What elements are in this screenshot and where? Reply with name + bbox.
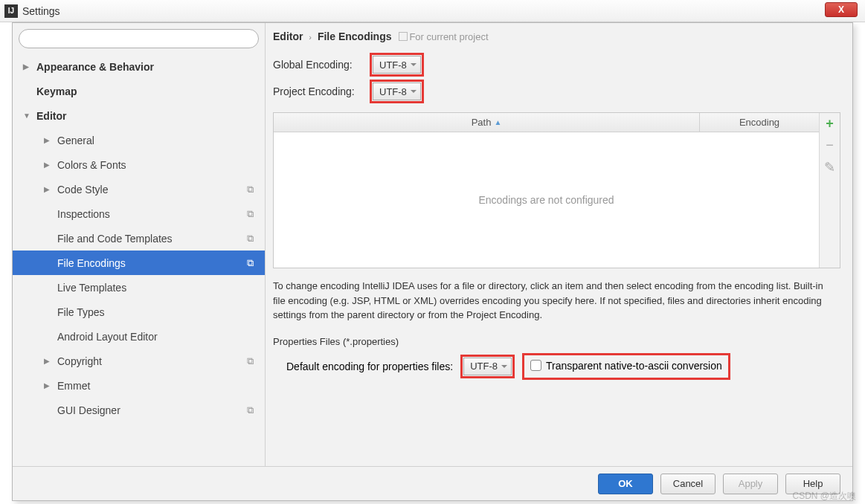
app-icon: IJ bbox=[4, 4, 18, 18]
copy-icon: ⧉ bbox=[247, 355, 265, 367]
tree-inspections[interactable]: Inspections⧉ bbox=[13, 201, 265, 226]
highlight-box: UTF-8 bbox=[370, 53, 424, 77]
copy-icon: ⧉ bbox=[247, 184, 265, 196]
crumb-editor: Editor bbox=[273, 30, 303, 42]
project-encoding-label: Project Encoding: bbox=[273, 85, 370, 97]
chevron-right-icon: ▶ bbox=[44, 161, 54, 169]
transparent-checkbox-wrap[interactable]: Transparent native-to-ascii conversion bbox=[530, 360, 722, 372]
scope-label: For current project bbox=[399, 31, 488, 42]
window-title: Settings bbox=[22, 5, 60, 17]
chevron-right-icon: ▶ bbox=[44, 185, 54, 193]
copy-icon: ⧉ bbox=[247, 208, 265, 220]
settings-tree: ▶Appearance & Behavior Keymap ▼Editor ▶G… bbox=[13, 54, 265, 466]
chevron-down-icon: ▼ bbox=[23, 112, 33, 120]
edit-button[interactable]: ✎ bbox=[824, 159, 835, 175]
tree-filetypes[interactable]: File Types bbox=[13, 300, 265, 324]
search-wrap: 🔍 bbox=[13, 23, 265, 54]
ok-button[interactable]: OK bbox=[598, 474, 653, 494]
properties-encoding-label: Default encoding for properties files: bbox=[286, 361, 453, 372]
tree-copyright[interactable]: ▶Copyright⧉ bbox=[13, 349, 265, 373]
tree-live[interactable]: Live Templates bbox=[13, 275, 265, 300]
table-main: Path▲ Encoding Encodings are not configu… bbox=[274, 113, 819, 268]
chevron-right-icon: › bbox=[309, 33, 312, 42]
table-toolbar: + − ✎ bbox=[819, 113, 840, 268]
global-encoding-row: Global Encoding: UTF-8 bbox=[273, 53, 840, 77]
project-scope-icon bbox=[399, 32, 408, 41]
copy-icon: ⧉ bbox=[247, 233, 265, 245]
tree-android[interactable]: Android Layout Editor bbox=[13, 324, 265, 349]
copy-icon: ⧉ bbox=[247, 404, 265, 416]
tree-templates[interactable]: File and Code Templates⧉ bbox=[13, 226, 265, 251]
chevron-right-icon: ▶ bbox=[44, 357, 54, 365]
highlight-box: UTF-8 bbox=[370, 80, 424, 103]
table-empty-text: Encodings are not configured bbox=[274, 132, 819, 268]
tree-editor[interactable]: ▼Editor bbox=[13, 103, 265, 128]
sort-asc-icon: ▲ bbox=[494, 118, 501, 126]
crumb-page: File Encodings bbox=[318, 30, 392, 42]
dialog-content: 🔍 ▶Appearance & Behavior Keymap ▼Editor … bbox=[13, 23, 852, 466]
transparent-checkbox[interactable] bbox=[530, 360, 541, 371]
dialog-footer: OK Cancel Apply Help bbox=[13, 466, 852, 500]
add-button[interactable]: + bbox=[826, 116, 834, 132]
tree-gui[interactable]: GUI Designer⧉ bbox=[13, 398, 265, 422]
encodings-table: Path▲ Encoding Encodings are not configu… bbox=[273, 112, 840, 268]
chevron-right-icon: ▶ bbox=[23, 62, 33, 71]
global-encoding-dropdown[interactable]: UTF-8 bbox=[373, 56, 421, 74]
watermark: CSDN @造次噢 bbox=[792, 490, 856, 503]
settings-dialog: 🔍 ▶Appearance & Behavior Keymap ▼Editor … bbox=[12, 22, 853, 501]
transparent-label: Transparent native-to-ascii conversion bbox=[546, 360, 722, 372]
close-button[interactable]: X bbox=[825, 2, 858, 17]
tree-file-encodings[interactable]: File Encodings⧉ bbox=[13, 251, 265, 275]
properties-encoding-dropdown[interactable]: UTF-8 bbox=[463, 358, 512, 375]
chevron-right-icon: ▶ bbox=[44, 381, 54, 390]
cancel-button[interactable]: Cancel bbox=[660, 474, 716, 494]
tree-general[interactable]: ▶General bbox=[13, 128, 265, 152]
col-encoding[interactable]: Encoding bbox=[700, 113, 819, 132]
search-input[interactable] bbox=[19, 29, 259, 48]
tree-keymap[interactable]: Keymap bbox=[13, 79, 265, 103]
project-encoding-row: Project Encoding: UTF-8 bbox=[273, 80, 840, 103]
global-encoding-label: Global Encoding: bbox=[273, 59, 370, 71]
project-encoding-dropdown[interactable]: UTF-8 bbox=[373, 83, 421, 100]
main-panel: Editor › File Encodings For current proj… bbox=[266, 23, 852, 466]
highlight-box: UTF-8 bbox=[460, 355, 515, 378]
sidebar: 🔍 ▶Appearance & Behavior Keymap ▼Editor … bbox=[13, 23, 266, 466]
properties-row: Default encoding for properties files: U… bbox=[273, 353, 840, 381]
tree-appearance[interactable]: ▶Appearance & Behavior bbox=[13, 54, 265, 79]
properties-section-label: Properties Files (*.properties) bbox=[273, 336, 840, 347]
title-bar: IJ Settings X bbox=[0, 0, 865, 22]
table-header: Path▲ Encoding bbox=[274, 113, 819, 132]
tree-colors[interactable]: ▶Colors & Fonts bbox=[13, 152, 265, 177]
tree-codestyle[interactable]: ▶Code Style⧉ bbox=[13, 177, 265, 201]
tree-emmet[interactable]: ▶Emmet bbox=[13, 373, 265, 398]
copy-icon: ⧉ bbox=[247, 257, 265, 269]
chevron-right-icon: ▶ bbox=[44, 136, 54, 144]
breadcrumb: Editor › File Encodings For current proj… bbox=[273, 30, 840, 42]
apply-button[interactable]: Apply bbox=[723, 474, 778, 494]
highlight-box: Transparent native-to-ascii conversion bbox=[522, 353, 730, 381]
col-path[interactable]: Path▲ bbox=[274, 113, 700, 132]
remove-button[interactable]: − bbox=[826, 138, 834, 153]
help-text: To change encoding IntelliJ IDEA uses fo… bbox=[273, 279, 840, 323]
